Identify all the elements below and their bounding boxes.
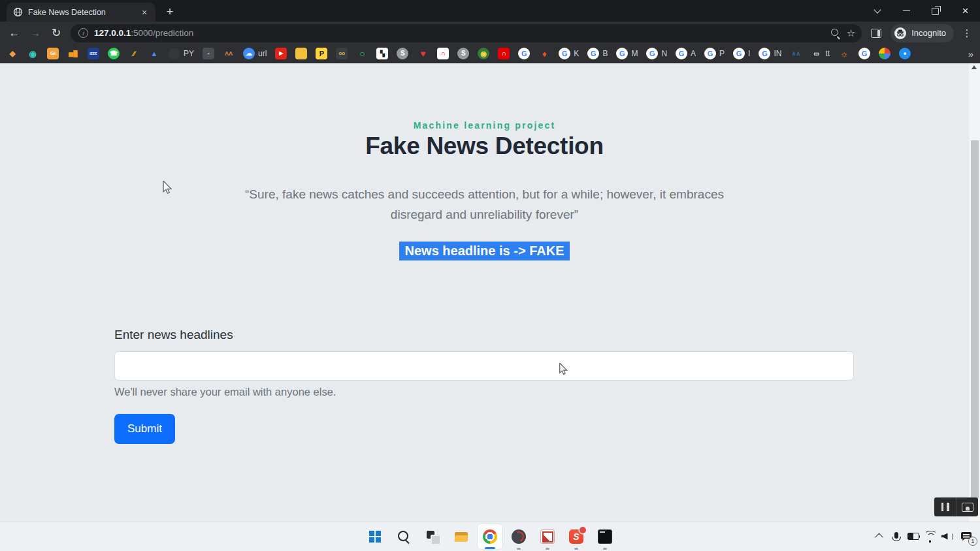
window-chevron-icon[interactable] — [862, 0, 892, 22]
bookmark-favicon: ▅█ — [67, 48, 79, 59]
tt-monitor-bookmark-icon[interactable]: ▭ tt — [810, 48, 830, 59]
web-page: Machine learning project Fake News Detec… — [0, 63, 980, 522]
page-scrollbar[interactable] — [969, 63, 980, 522]
bookmark-favicon — [169, 48, 180, 59]
google-bookmark-icon[interactable]: G — [518, 48, 530, 59]
google-bookmark-icon-2[interactable]: G — [858, 48, 870, 59]
browser-toolbar: ← → ↻ i 127.0.0.1:5000/prediction ☆ Inco… — [0, 22, 980, 44]
submit-button[interactable]: Submit — [114, 414, 175, 444]
google-ads-bookmark-icon[interactable]: ∕∕ — [128, 48, 140, 59]
airtel-red-bookmark-icon[interactable]: ∩ — [498, 48, 510, 59]
bookmark-label: url — [258, 49, 267, 58]
frame-bookmark-icon[interactable]: ▫ — [203, 48, 214, 59]
google-m-bookmark-icon[interactable]: G M — [616, 48, 638, 59]
coin-bookmark-icon[interactable]: ◉ — [478, 48, 489, 59]
google-b-bookmark-icon[interactable]: G B — [587, 48, 608, 59]
sticker-bookmark-icon[interactable] — [295, 48, 307, 59]
google-n-bookmark-icon[interactable]: G N — [646, 48, 667, 59]
analytics-bookmark-icon[interactable]: ▅█ — [67, 48, 79, 59]
gi-bookmark-icon[interactable]: Gi — [47, 48, 59, 59]
s-app-button[interactable] — [563, 524, 589, 550]
pause-button[interactable] — [934, 497, 956, 516]
whatsapp-bookmark-icon[interactable]: ☎ — [108, 48, 120, 59]
p-square-bookmark-icon[interactable]: P — [316, 48, 327, 59]
notifications-button[interactable]: 1 — [956, 524, 976, 550]
app-icon — [397, 529, 411, 544]
bookmark-favicon: G — [733, 48, 745, 59]
ads-arrow-bookmark-icon[interactable]: ▲ — [148, 48, 160, 59]
peaks-bookmark-icon[interactable]: ∧∧ — [790, 48, 802, 59]
bookmark-label: N — [661, 49, 667, 58]
s-gray-bookmark-icon[interactable]: S — [397, 48, 408, 59]
url-cloud-bookmark-icon[interactable]: ☁ url — [243, 48, 267, 59]
file-explorer-button[interactable] — [448, 524, 474, 550]
browser-menu-icon[interactable]: ⋮ — [959, 27, 975, 39]
reload-button[interactable]: ↻ — [47, 24, 65, 42]
chrome-taskbar-button[interactable] — [477, 524, 503, 550]
bird-doc-bookmark-icon[interactable]: ▚ — [376, 48, 388, 59]
scrollbar-thumb[interactable] — [971, 140, 979, 498]
s-gray-bookmark-icon-2[interactable]: S — [457, 48, 469, 59]
volume-icon[interactable] — [939, 524, 955, 550]
headline-input[interactable] — [114, 351, 854, 381]
incognito-badge[interactable]: Incognito — [890, 24, 954, 42]
back-button[interactable]: ← — [5, 24, 24, 42]
zoom-icon[interactable] — [830, 28, 841, 39]
battery-icon[interactable] — [906, 524, 921, 550]
microphone-icon[interactable] — [889, 524, 904, 550]
google-a-bookmark-icon[interactable]: G A — [676, 48, 696, 59]
google-photos-bookmark-icon[interactable] — [879, 48, 890, 59]
matlab-bookmark-icon[interactable]: ♦ — [538, 48, 550, 59]
youtube-bookmark-icon[interactable]: ▶ — [275, 48, 287, 59]
tab-close-icon[interactable]: × — [139, 7, 150, 18]
hidden-icons-chevron-icon[interactable] — [872, 524, 887, 550]
sun-bookmark-icon[interactable]: ☼ — [838, 48, 850, 59]
window-close-button[interactable]: × — [951, 0, 980, 22]
site-info-icon[interactable]: i — [78, 28, 88, 38]
google-in-bookmark-icon[interactable]: G IN — [759, 48, 781, 59]
app-icon — [425, 529, 440, 544]
orange-arrow-bookmark-icon[interactable]: ◆ — [7, 48, 18, 59]
window-restore-button[interactable] — [921, 0, 951, 22]
app-icon — [483, 529, 497, 544]
address-bar[interactable]: i 127.0.0.1:5000/prediction ☆ — [71, 24, 862, 42]
start-button[interactable] — [362, 524, 388, 550]
github-bookmark-icon[interactable]: PY — [169, 48, 194, 59]
side-panel-icon[interactable] — [871, 29, 881, 38]
heart-bookmark-icon[interactable]: ♥ — [417, 48, 429, 59]
browser-tab[interactable]: Fake News Detection × — [7, 3, 155, 22]
taskbar: 1 — [0, 522, 980, 551]
airtel-white-bookmark-icon[interactable]: ∩ — [437, 48, 449, 59]
terminal-button[interactable] — [592, 524, 618, 550]
new-tab-button[interactable]: + — [161, 3, 179, 21]
picture-manager-button[interactable] — [534, 524, 561, 550]
google-p-bookmark-icon[interactable]: G P — [704, 48, 725, 59]
capture-control — [934, 497, 978, 516]
url-text[interactable]: 127.0.0.1:5000/prediction — [94, 28, 825, 38]
snapshot-button[interactable] — [956, 497, 978, 516]
recorder-app-button[interactable] — [506, 524, 532, 550]
bookmark-favicon: ▫ — [203, 48, 214, 59]
google-k-bookmark-icon[interactable]: G K — [559, 48, 579, 59]
godaddy-bookmark-icon[interactable]: ◉ — [27, 48, 39, 59]
bookmark-favicon: G — [704, 48, 716, 59]
bookmarks-overflow-icon[interactable]: » — [968, 48, 973, 59]
bridge-bookmark-icon[interactable]: ΛΛ — [223, 48, 235, 59]
google-i-bookmark-icon[interactable]: G I — [733, 48, 750, 59]
ieee-bookmark-icon[interactable]: IEEE — [88, 48, 99, 59]
task-view-button[interactable] — [419, 524, 446, 550]
forward-button[interactable]: → — [26, 24, 44, 42]
tab-strip: Fake News Detection × + × — [0, 0, 980, 22]
bookmark-favicon: P — [316, 48, 327, 59]
wifi-icon[interactable] — [923, 524, 938, 550]
window-minimize-button[interactable] — [892, 0, 921, 22]
bookmark-favicon: ∩ — [498, 48, 510, 59]
green-ring-bookmark-icon[interactable]: ○ — [356, 48, 368, 59]
sbi-bookmark-icon[interactable]: • — [899, 48, 911, 59]
search-button[interactable] — [391, 524, 417, 550]
helper-text: We'll never share your email with anyone… — [114, 386, 336, 398]
glasses-bookmark-icon[interactable]: oo — [336, 48, 348, 59]
running-indicator — [485, 547, 495, 549]
scrollbar-up-icon[interactable] — [972, 65, 977, 69]
bookmark-star-icon[interactable]: ☆ — [847, 27, 855, 39]
